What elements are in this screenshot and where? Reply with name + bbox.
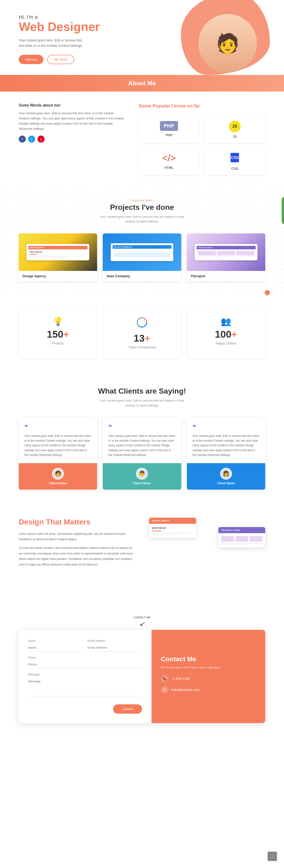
experience-icon (108, 317, 176, 331)
client-1-name: Client Name (24, 482, 92, 485)
message-input[interactable] (28, 678, 142, 696)
design-agency-thumb: DESIGN AGENCY WHAT WE DO (19, 234, 97, 271)
submit-button[interactable]: Submit (113, 704, 142, 714)
stat-projects: 💡 150+ Projects (19, 307, 97, 359)
testimonial-1-body: ❝ Your content goes here. Edit or remove… (19, 417, 97, 463)
project-saas-company[interactable]: Document Management Saas Company (103, 234, 181, 281)
name-input[interactable] (28, 644, 83, 651)
mockup-design: DESIGN AGENCY WHAT WE DO (27, 244, 89, 260)
hero-title: Web Designer (19, 20, 136, 33)
phone-input[interactable] (28, 661, 142, 668)
about-left: Some Words about me! Your content goes h… (19, 103, 124, 175)
hero-person-image: 🧑 (193, 0, 263, 72)
projects-label: Projects (24, 341, 92, 345)
project-thumb-saas: Document Management (103, 234, 181, 271)
html-icon: </> (143, 153, 194, 163)
about-heading: Some Words about me! (19, 103, 124, 107)
client-2-avatar: 👨 (136, 468, 148, 479)
about-right: Some Popular I know so far PHP PHP JS JS… (138, 103, 265, 175)
clients-label: Happy Clients (192, 341, 260, 345)
design-section: Design That Matters Lorem ipsum dolor si… (0, 504, 284, 602)
testimonial-1: ❝ Your content goes here. Edit or remove… (19, 417, 97, 490)
testimonial-2: ❝ Your content goes here. Edit or remove… (103, 417, 181, 490)
testimonial-2-body: ❝ Your content goes here. Edit or remove… (103, 417, 181, 463)
contact-arrow-label: CONTACT ME! ↙ (19, 616, 265, 627)
testimonial-3-body: ❝ Your content goes here. Edit or remove… (187, 417, 265, 463)
contact-box: Name Email Address Phone Message Su (19, 630, 265, 723)
skill-js-label: JS (209, 135, 260, 138)
stats-section: 💡 150+ Projects 13+ Years of Expereice 👥… (0, 293, 284, 373)
phone-detail: 📞 +1-555-1234 (161, 675, 256, 682)
testimonial-3-text: Your content goes here. Edit or remove t… (193, 434, 260, 458)
contact-info-subtitle: Fill out the form and I'll be in touch w… (161, 666, 256, 669)
testimonial-3-footer: 👩 Client Name (187, 463, 265, 490)
skill-css-label: CSS (209, 167, 260, 170)
svg-text:CSS: CSS (231, 156, 238, 160)
twitter-icon[interactable]: t (28, 135, 35, 143)
skill-php: PHP PHP (138, 114, 199, 143)
client-3-name: Client Name (192, 482, 260, 485)
hero-buttons: Hire me My Work (19, 55, 136, 64)
design-mockup-stack: DESIGN AGENCY WHAT WE DO Therapist & Tra… (149, 518, 265, 588)
mockup-1-body: WHAT WE DO (149, 524, 196, 538)
projects-title: Projects I've done (19, 203, 265, 212)
mockup-saas: Document Management (111, 243, 173, 261)
skills-grid: PHP PHP JS JS </> HTML CSS (138, 114, 265, 175)
person-face: 🧑 (198, 14, 257, 72)
mockup-2: Therapist & Trainer (218, 527, 265, 548)
contact-arrow-wrapper: CONTACT ME! ↙ (19, 616, 265, 627)
mockup-1: DESIGN AGENCY WHAT WE DO (149, 518, 196, 538)
mockup-1-header: DESIGN AGENCY (149, 518, 196, 524)
message-label: Message (28, 673, 142, 676)
email-icon: ✉ (161, 686, 168, 693)
testimonial-1-text: Your content goes here. Edit or remove t… (24, 434, 91, 458)
experience-label: Years of Expereice (108, 345, 176, 349)
project-saas-label: Saas Company (103, 271, 181, 281)
hero-content: Hi, I'm a Web Designer Your content goes… (19, 14, 136, 64)
clients-number: 100+ (192, 329, 260, 340)
client-1-avatar: 🧑 (52, 468, 64, 479)
projects-icon: 💡 (24, 317, 92, 327)
quote-icon-2: ❝ (108, 423, 175, 431)
social-icons: f t p (19, 135, 124, 143)
stats-grid: 💡 150+ Projects 13+ Years of Expereice 👥… (19, 307, 265, 359)
contact-info-title: Contact Me (161, 655, 256, 663)
php-icon: PHP (143, 119, 194, 131)
design-title: Design That Matters (19, 518, 135, 526)
pinterest-icon[interactable]: p (37, 135, 45, 143)
clients-icon: 👥 (192, 317, 260, 327)
client-3-avatar: 👩 (220, 468, 232, 479)
popular-heading: Some Popular I know so far (138, 103, 265, 108)
skill-php-label: PHP (143, 133, 194, 137)
hire-me-button[interactable]: Hire me (19, 55, 44, 64)
js-icon: JS (209, 119, 260, 132)
project-thumb-therapist: Therapist & Trainer (187, 234, 265, 271)
therapist-thumb: Therapist & Trainer (187, 234, 265, 271)
mockup-therapist: Therapist & Trainer (195, 244, 257, 260)
phone-field-group: Phone (28, 656, 142, 668)
contact-info: Contact Me Fill out the form and I'll be… (151, 630, 265, 723)
email-value: hello@website.com (171, 688, 200, 692)
experience-number: 13+ (108, 333, 176, 344)
project-design-agency[interactable]: DESIGN AGENCY WHAT WE DO Design Agency (19, 234, 97, 281)
hero-description: Your content goes here. Edit or remove t… (19, 38, 84, 48)
hero-greeting: Hi, I'm a (19, 14, 136, 20)
skill-html: </> HTML (138, 148, 199, 175)
person-avatar: 🧑 (198, 14, 257, 72)
testimonial-2-text: Your content goes here. Edit or remove t… (108, 434, 175, 458)
testimonials-section: What Clients are Saying! Your content go… (0, 373, 284, 504)
skill-js: JS JS (204, 114, 265, 143)
testimonials-grid: ❝ Your content goes here. Edit or remove… (19, 417, 265, 490)
facebook-icon[interactable]: f (19, 135, 26, 143)
about-banner: About Me (0, 75, 284, 92)
stat-clients: 👥 100+ Happy Clients (187, 307, 265, 359)
about-section: Some Words about me! Your content goes h… (0, 92, 284, 187)
project-therapist[interactable]: Therapist & Trainer Therapist (187, 234, 265, 281)
email-input[interactable] (87, 644, 142, 651)
my-work-button[interactable]: My Work (47, 55, 74, 64)
about-banner-title: About Me (5, 80, 279, 87)
client-2-name: Client Name (107, 482, 176, 485)
project-design-label: Design Agency (19, 271, 97, 281)
name-label: Name (28, 639, 83, 643)
testimonials-title: What Clients are Saying! (19, 387, 265, 396)
